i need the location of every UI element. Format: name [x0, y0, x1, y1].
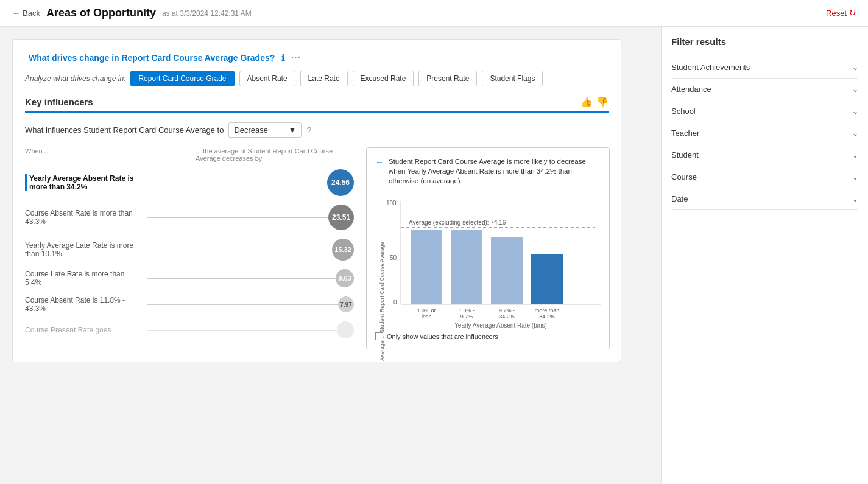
y-label-0: 0 [393, 299, 397, 306]
influencer-item-4[interactable]: Course Late Rate is more than 5.4% 9.63 [25, 269, 354, 287]
filter-label-teacher: Teacher [671, 128, 699, 138]
tab-excused-rate[interactable]: Excused Rate [353, 71, 414, 86]
sidebar: Filter results Student Achievements ⌄ At… [661, 27, 868, 484]
list-header: When... ....the average of Student Repor… [25, 147, 354, 162]
decrease-dropdown[interactable]: Decrease ▼ [228, 122, 302, 138]
chevron-school: ⌄ [852, 107, 858, 116]
bar-2-label-line1: 1.0% - [459, 307, 475, 314]
thumb-buttons: 👍 👎 [580, 96, 609, 108]
filter-group-teacher[interactable]: Teacher ⌄ [671, 122, 858, 144]
card-title: What drives change in Report Card Course… [25, 52, 609, 63]
back-button[interactable]: ← Back [12, 9, 40, 18]
chevron-student: ⌄ [852, 151, 858, 160]
page-subtitle: as at 3/3/2024 12:42:31 AM [162, 9, 252, 18]
item-bubble-6 [337, 321, 354, 338]
influencer-item-3[interactable]: Yearly Average Late Rate is more than 10… [25, 239, 354, 261]
sidebar-title: Filter results [671, 37, 858, 47]
bar-1-label-line1: 1.0% or [417, 307, 436, 314]
influencer-item-5[interactable]: Course Absent Rate is 11.8% - 43.3% 7.97 [25, 296, 354, 313]
content-area: What drives change in Report Card Course… [0, 27, 661, 484]
filter-group-school[interactable]: School ⌄ [671, 100, 858, 122]
filter-group-student-achievements[interactable]: Student Achievements ⌄ [671, 57, 858, 79]
reset-button[interactable]: Reset ↻ [826, 9, 856, 18]
item-bar-area-1: 24.56 [147, 169, 354, 196]
bar-3-label-line2: 34.2% [499, 314, 515, 320]
item-label-5: Course Absent Rate is 11.8% - 43.3% [25, 296, 147, 313]
more-icon[interactable]: ⋯ [291, 52, 300, 63]
filter-label-student: Student [671, 150, 699, 160]
filter-group-student[interactable]: Student ⌄ [671, 144, 858, 166]
card-title-text: What drives change in Report Card Course… [29, 53, 275, 63]
bar-4 [531, 254, 563, 304]
filter-label-school: School [671, 107, 696, 116]
item-bar-area-2: 23.51 [147, 205, 354, 230]
influencer-checkbox[interactable] [375, 332, 383, 340]
tab-late-rate[interactable]: Late Rate [300, 71, 348, 86]
filter-group-course[interactable]: Course ⌄ [671, 166, 858, 188]
item-bar-area-4: 9.63 [147, 269, 354, 287]
item-bubble-1: 24.56 [327, 169, 354, 196]
analyze-label: Analyze what drives change in: [25, 74, 125, 83]
popup-back-arrow[interactable]: ← [375, 157, 384, 167]
tab-student-flags[interactable]: Student Flags [482, 71, 543, 86]
thumbs-down-button[interactable]: 👎 [596, 96, 609, 108]
section-header: Key influencers 👍 👎 [25, 96, 609, 113]
item-label-6: Course Present Rate goes [25, 326, 147, 334]
influencer-item-2[interactable]: Course Absent Rate is more than 43.3% 23… [25, 205, 354, 230]
dropdown-chevron-icon: ▼ [289, 125, 297, 135]
thumbs-up-button[interactable]: 👍 [580, 96, 593, 108]
question-prefix: What influences Student Report Card Cour… [25, 125, 224, 135]
chevron-course: ⌄ [852, 173, 858, 181]
item-line-5 [147, 304, 338, 305]
influencer-question: What influences Student Report Card Cour… [25, 122, 609, 138]
analyze-row: Analyze what drives change in: Report Ca… [25, 71, 609, 86]
reset-label: Reset [826, 9, 847, 18]
item-bar-area-5: 7.97 [147, 296, 354, 312]
item-label-4: Course Late Rate is more than 5.4% [25, 270, 147, 287]
bar-chart: 100 50 0 Average (excluding selected): 7… [375, 192, 601, 320]
bar-3 [491, 237, 523, 304]
filter-group-attendance[interactable]: Attendance ⌄ [671, 79, 858, 100]
filter-label-attendance: Attendance [671, 85, 711, 94]
main-layout: What drives change in Report Card Course… [0, 27, 868, 484]
item-bar-area-3: 15.32 [147, 239, 354, 261]
bar-2-label-line2: 9.7% [460, 314, 473, 320]
filter-label-student-achievements: Student Achievements [671, 63, 750, 72]
item-line-1 [147, 183, 327, 183]
header-left: ← Back Areas of Opportunity as at 3/3/20… [12, 7, 252, 19]
influencer-item-1[interactable]: Yearly Average Absent Rate is more than … [25, 169, 354, 196]
item-line-4 [147, 278, 336, 279]
reset-icon: ↻ [849, 9, 856, 18]
x-axis-title: Yearly Average Absent Rate (bins) [401, 322, 601, 329]
bar-1 [411, 230, 442, 304]
page-title: Areas of Opportunity [46, 7, 156, 19]
item-line-3 [147, 250, 332, 250]
bar-1-label-line2: less [422, 314, 432, 320]
tab-present-rate[interactable]: Present Rate [418, 71, 477, 86]
chart-footer: Only show values that are influencers [375, 332, 601, 340]
item-label-1: Yearly Average Absent Rate is more than … [25, 174, 147, 191]
bar-3-label-line1: 9.7% - [499, 307, 515, 314]
checkbox-label: Only show values that are influencers [387, 333, 498, 340]
app-header: ← Back Areas of Opportunity as at 3/3/20… [0, 0, 868, 27]
chevron-attendance: ⌄ [852, 85, 858, 94]
back-label: Back [23, 9, 40, 18]
tab-report-card-course-grade[interactable]: Report Card Course Grade [130, 71, 234, 86]
item-label-2: Course Absent Rate is more than 43.3% [25, 209, 147, 226]
avg-label: Average (excluding selected): 74.16 [409, 219, 506, 226]
filter-label-date: Date [671, 194, 688, 203]
item-label-3: Yearly Average Late Rate is more than 10… [25, 241, 147, 258]
filter-label-course: Course [671, 172, 697, 181]
help-icon[interactable]: ? [306, 125, 311, 135]
info-icon[interactable]: ℹ [281, 53, 284, 63]
influencer-content: When... ....the average of Student Repor… [25, 147, 609, 349]
bar-4-label-line2: 34.2% [539, 314, 555, 320]
influencer-item-6[interactable]: Course Present Rate goes [25, 321, 354, 338]
chevron-teacher: ⌄ [852, 129, 858, 138]
main-card: What drives change in Report Card Course… [12, 39, 621, 362]
chevron-date: ⌄ [852, 195, 858, 203]
item-bubble-4: 9.63 [336, 269, 354, 287]
item-bubble-3: 15.32 [332, 239, 354, 261]
filter-group-date[interactable]: Date ⌄ [671, 188, 858, 210]
tab-absent-rate[interactable]: Absent Rate [239, 71, 295, 86]
